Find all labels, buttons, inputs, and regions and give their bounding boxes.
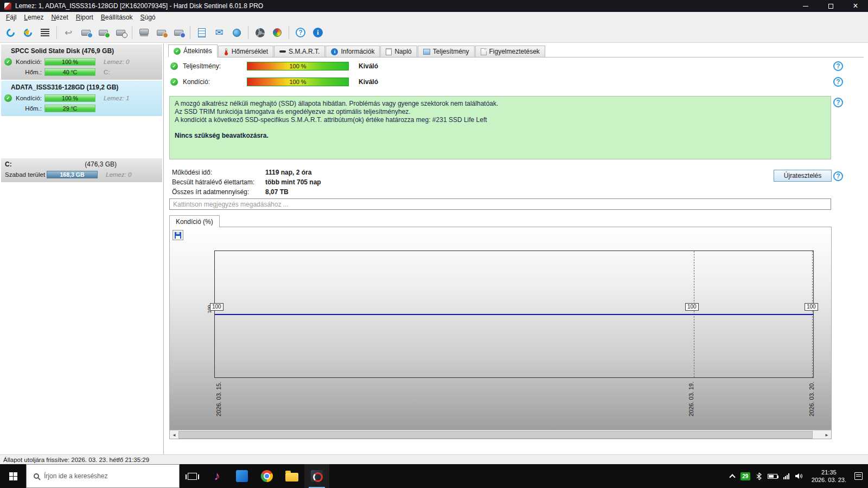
thermometer-icon	[225, 48, 227, 55]
detail-row: Működési idő: 1119 nap, 2 óra	[172, 168, 321, 177]
tab-label: S.M.A.R.T.	[289, 48, 320, 55]
detail-label: Becsült hátralévő élettartam:	[172, 178, 265, 186]
condition-gauge: 100 %	[247, 78, 349, 86]
taskbar-app-blue[interactable]	[229, 464, 254, 488]
comment-input[interactable]	[169, 198, 831, 210]
maximize-button[interactable]	[818, 0, 843, 12]
partition-card-c[interactable]: C: (476,3 GB) Szabad terület 168,3 GB Le…	[1, 158, 162, 182]
x-axis-date: 2026. 03. 19.	[688, 382, 694, 416]
menu-settings[interactable]: Beállítások	[97, 12, 137, 22]
tab-label: Figyelmeztetések	[489, 48, 540, 55]
minimize-icon	[803, 6, 808, 7]
partition-free-row: Szabad terület 168,3 GB Lemez: 0	[3, 169, 160, 179]
performance-help-icon[interactable]	[833, 61, 843, 71]
retest-help-icon[interactable]	[833, 171, 843, 181]
report-icon	[198, 28, 206, 37]
tray-expand-chevron-icon[interactable]	[729, 474, 735, 480]
chart-tab-condition[interactable]: Kondíció (%)	[169, 215, 220, 227]
retest-button[interactable]: Újratesztelés	[774, 170, 832, 182]
disk-import-button[interactable]	[170, 24, 187, 41]
status-help-icon[interactable]	[833, 98, 843, 107]
disk-card-spcc[interactable]: SPCC Solid State Disk (476,9 GB) Kondíci…	[1, 44, 162, 80]
partition-header: C: (476,3 GB)	[3, 159, 160, 169]
tab-information[interactable]: Információk	[326, 46, 380, 57]
speaker-icon[interactable]	[795, 473, 803, 479]
disk-card-adata-selected[interactable]: ADATA_ISSS316-128GD (119,2 GB) Kondíció:…	[1, 81, 162, 116]
action-center-icon[interactable]	[854, 472, 863, 480]
disk-temp-row: Hőm.: 40 °C C:	[3, 67, 160, 77]
info-tab-icon	[331, 48, 338, 55]
minimize-button[interactable]	[793, 0, 818, 12]
taskbar-clock[interactable]: 21:35 2026. 03. 23.	[809, 468, 848, 484]
maximize-icon	[828, 4, 833, 9]
tab-alerts[interactable]: Figyelmeztetések	[475, 46, 545, 57]
close-button[interactable]	[843, 0, 868, 12]
refresh-icon	[4, 27, 16, 38]
scroll-right-arrow[interactable]	[822, 431, 831, 439]
gauge-button[interactable]	[269, 24, 285, 41]
tab-temperature[interactable]: Hőmérséklet	[218, 46, 273, 57]
disk-copy-button[interactable]	[136, 24, 152, 41]
refresh-button[interactable]	[2, 24, 18, 41]
bluetooth-icon[interactable]	[756, 472, 762, 480]
taskbar-app-chrome[interactable]	[254, 464, 279, 488]
task-view-button[interactable]	[180, 464, 205, 488]
taskbar-app-explorer[interactable]	[279, 464, 304, 488]
scroll-left-arrow[interactable]	[170, 431, 178, 439]
refresh-warning-button[interactable]	[20, 24, 36, 41]
disk-check-button[interactable]	[95, 24, 111, 41]
send-email-button[interactable]	[211, 24, 227, 41]
help-button[interactable]	[292, 24, 309, 41]
battery-icon[interactable]	[768, 474, 777, 479]
settings-button[interactable]	[252, 24, 268, 41]
chart-horizontal-scrollbar[interactable]	[170, 430, 831, 439]
condition-help-icon[interactable]	[833, 77, 843, 87]
disk-schedule-button[interactable]	[78, 24, 94, 41]
report-button[interactable]	[194, 24, 210, 41]
scroll-thumb[interactable]	[178, 431, 813, 439]
hdsentinel-temp-badge[interactable]: 29	[741, 472, 750, 480]
detail-row: Becsült hátralévő élettartam: több mint …	[172, 177, 321, 187]
menu-file[interactable]: Fájl	[2, 12, 20, 22]
disk-analyze-button[interactable]	[112, 24, 129, 41]
search-icon	[34, 473, 39, 479]
tab-smart[interactable]: S.M.A.R.T.	[274, 46, 325, 57]
surface-test-button[interactable]	[37, 24, 53, 41]
windows-logo-icon	[9, 472, 17, 480]
start-button[interactable]	[0, 464, 26, 488]
network-signal-icon[interactable]	[783, 473, 789, 479]
save-chart-button[interactable]	[173, 230, 183, 240]
menu-report[interactable]: Riport	[72, 12, 97, 22]
condition-history-chart: 100 100 100 100 2026. 03. 15. 2026. 03. …	[169, 227, 832, 439]
taskbar-app-hdsentinel[interactable]	[304, 464, 329, 488]
disk-copy-icon	[139, 29, 149, 35]
tab-performance[interactable]: Teljesítmény	[418, 46, 475, 57]
hard-disk-sentinel-icon	[311, 470, 323, 482]
health-status-box: A mozgó alkatrész nélküli meghajtó (SSD)…	[169, 96, 831, 159]
disk-export-button[interactable]	[153, 24, 169, 41]
info-button[interactable]	[310, 24, 326, 41]
menu-bar: Fájl Lemez Nézet Riport Beállítások Súgó	[0, 12, 868, 23]
taskbar-search[interactable]: Írjon ide a kereséshez	[26, 464, 180, 488]
performance-rating: Kiváló	[359, 62, 378, 70]
window-title: Lemez: 1, ADATA_ISSS316-128GD [2K1620079…	[15, 2, 263, 10]
title-bar: Lemez: 1, ADATA_ISSS316-128GD [2K1620079…	[0, 0, 868, 12]
online-button[interactable]	[228, 24, 245, 41]
performance-gauge: 100 %	[247, 62, 349, 70]
condition-bar: 100 %	[44, 58, 95, 66]
drive-letter: C:	[104, 69, 110, 75]
disk-temp-row: Hőm.: 29 °C	[3, 103, 160, 113]
menu-disk[interactable]: Lemez	[20, 12, 47, 22]
menu-help[interactable]: Súgó	[136, 12, 159, 22]
point-label: 100	[805, 303, 818, 311]
taskbar-app-music[interactable]	[205, 464, 229, 488]
tab-log[interactable]: Napló	[380, 46, 417, 57]
toolbar-separator	[248, 26, 248, 39]
undo-button[interactable]	[60, 24, 76, 41]
globe-icon	[233, 29, 241, 37]
save-icon	[175, 232, 181, 239]
toolbar-separator	[56, 26, 57, 39]
log-tab-icon	[386, 48, 392, 55]
menu-view[interactable]: Nézet	[47, 12, 72, 22]
tab-overview[interactable]: Áttekintés	[168, 44, 218, 57]
